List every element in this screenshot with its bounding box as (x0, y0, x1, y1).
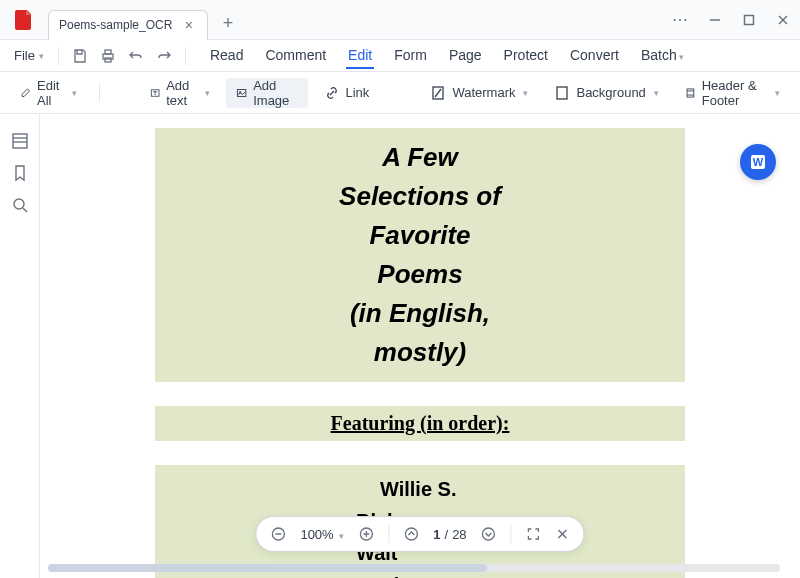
tab-comment[interactable]: Comment (263, 43, 328, 69)
document-tab[interactable]: Poems-sample_OCR × (48, 10, 208, 40)
close-icon[interactable]: × (181, 17, 197, 33)
left-sidebar (0, 114, 40, 578)
tab-read[interactable]: Read (208, 43, 245, 69)
separator (388, 525, 389, 543)
name-item: Willie S. (380, 473, 490, 505)
svg-point-18 (14, 199, 24, 209)
prev-page-button[interactable] (403, 526, 419, 542)
workspace: A Few Selections of Favorite Poems (in E… (0, 114, 800, 578)
tab-batch[interactable]: Batch▾ (639, 43, 686, 69)
svg-line-19 (23, 208, 27, 212)
tab-title: Poems-sample_OCR (59, 18, 172, 32)
search-icon[interactable] (11, 196, 29, 214)
menu-bar: File▾ Read Comment Edit Form Page Protec… (0, 40, 800, 72)
zoom-level[interactable]: 100% ▾ (300, 527, 344, 542)
convert-to-word-button[interactable]: W (740, 144, 776, 180)
app-logo-icon (8, 4, 40, 36)
svg-rect-5 (105, 50, 111, 54)
svg-rect-1 (745, 15, 754, 24)
minimize-button[interactable] (698, 0, 732, 40)
save-icon[interactable] (67, 43, 93, 69)
new-tab-button[interactable]: + (214, 10, 242, 38)
file-menu[interactable]: File▾ (8, 44, 50, 67)
thumbnails-icon[interactable] (11, 132, 29, 150)
page-content: A Few Selections of Favorite Poems (in E… (155, 128, 685, 578)
background-button[interactable]: Background▾ (544, 78, 668, 108)
chevron-down-icon: ▾ (39, 51, 44, 61)
separator (185, 47, 186, 65)
chevron-down-icon: ▾ (679, 52, 684, 62)
document-canvas[interactable]: A Few Selections of Favorite Poems (in E… (40, 114, 800, 578)
tab-convert[interactable]: Convert (568, 43, 621, 69)
scrollbar-thumb[interactable] (48, 564, 487, 572)
chevron-down-icon: ▾ (654, 88, 659, 98)
page-navigator: 100% ▾ 1 / 28 (255, 516, 584, 552)
add-text-button[interactable]: Add text▾ (140, 78, 220, 108)
edit-toolbar: Edit All▾ Add text▾ Add Image Link Water… (0, 72, 800, 114)
svg-point-28 (483, 528, 495, 540)
svg-rect-12 (687, 88, 694, 96)
menu-tabs: Read Comment Edit Form Page Protect Conv… (208, 43, 686, 69)
featuring-heading: Featuring (in order): (155, 406, 685, 441)
chevron-down-icon: ▾ (775, 88, 780, 98)
undo-icon[interactable] (123, 43, 149, 69)
tab-edit[interactable]: Edit (346, 43, 374, 69)
chevron-down-icon: ▾ (205, 88, 210, 98)
add-image-button[interactable]: Add Image (226, 78, 308, 108)
svg-rect-15 (13, 134, 27, 148)
separator (99, 84, 100, 102)
more-icon[interactable]: ⋯ (672, 10, 690, 29)
print-icon[interactable] (95, 43, 121, 69)
zoom-in-button[interactable] (358, 526, 374, 542)
close-pager-button[interactable] (556, 527, 570, 541)
watermark-button[interactable]: Watermark▾ (420, 78, 538, 108)
title-bar: Poems-sample_OCR × + ⋯ (0, 0, 800, 40)
tab-page[interactable]: Page (447, 43, 484, 69)
separator (58, 47, 59, 65)
edit-all-button[interactable]: Edit All▾ (10, 78, 87, 108)
svg-rect-6 (105, 58, 111, 62)
chevron-down-icon: ▾ (339, 531, 344, 541)
horizontal-scrollbar[interactable] (48, 564, 780, 572)
vertical-scrollbar[interactable] (786, 124, 796, 528)
zoom-out-button[interactable] (270, 526, 286, 542)
svg-point-27 (405, 528, 417, 540)
chevron-down-icon: ▾ (523, 88, 528, 98)
close-window-button[interactable] (766, 0, 800, 40)
link-button[interactable]: Link (314, 78, 380, 108)
bookmark-icon[interactable] (11, 164, 29, 182)
tab-protect[interactable]: Protect (502, 43, 550, 69)
header-footer-button[interactable]: Header & Footer▾ (675, 78, 790, 108)
fullscreen-button[interactable] (526, 526, 542, 542)
svg-rect-11 (557, 87, 567, 99)
page-indicator[interactable]: 1 / 28 (433, 527, 466, 542)
chevron-down-icon: ▾ (72, 88, 77, 98)
redo-icon[interactable] (151, 43, 177, 69)
svg-text:W: W (753, 156, 764, 168)
next-page-button[interactable] (481, 526, 497, 542)
document-title: A Few Selections of Favorite Poems (in E… (155, 128, 685, 382)
separator (511, 525, 512, 543)
maximize-button[interactable] (732, 0, 766, 40)
tab-form[interactable]: Form (392, 43, 429, 69)
